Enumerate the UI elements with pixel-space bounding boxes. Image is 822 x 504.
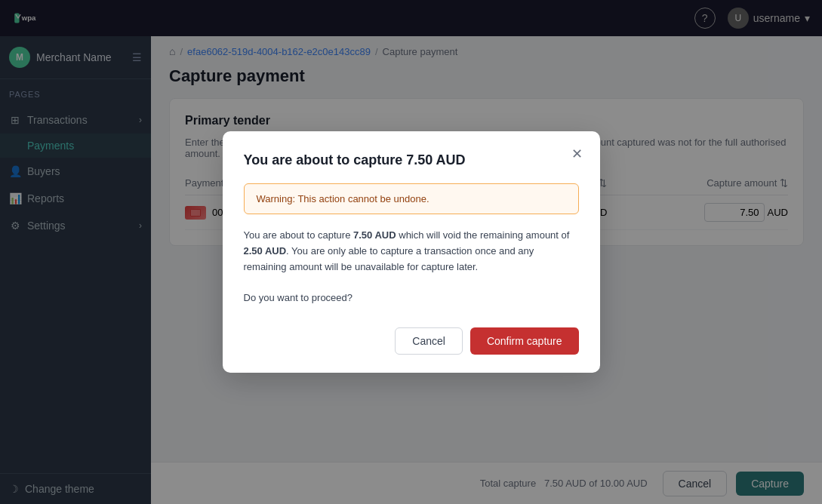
modal-title: You are about to capture 7.50 AUD — [244, 152, 579, 168]
modal-cancel-button[interactable]: Cancel — [395, 327, 463, 355]
modal-body-suffix: . You are only able to capture a transac… — [244, 245, 534, 272]
modal-actions: Cancel Confirm capture — [244, 327, 579, 355]
modal-body-proceed: Do you want to proceed? — [244, 292, 353, 303]
modal-body: You are about to capture 7.50 AUD which … — [244, 228, 579, 306]
modal-overlay[interactable]: ✕ You are about to capture 7.50 AUD Warn… — [0, 0, 822, 504]
modal-body-mid: which will void the remaining amount of — [396, 229, 570, 241]
modal-body-amount1: 7.50 AUD — [353, 229, 396, 241]
modal-body-amount2: 2.50 AUD — [244, 245, 287, 257]
confirm-capture-modal: ✕ You are about to capture 7.50 AUD Warn… — [223, 131, 600, 373]
modal-confirm-button[interactable]: Confirm capture — [470, 327, 579, 355]
warning-box: Warning: This action cannot be undone. — [244, 183, 579, 214]
modal-close-button[interactable]: ✕ — [567, 143, 588, 164]
modal-body-prefix: You are about to capture — [244, 229, 354, 241]
